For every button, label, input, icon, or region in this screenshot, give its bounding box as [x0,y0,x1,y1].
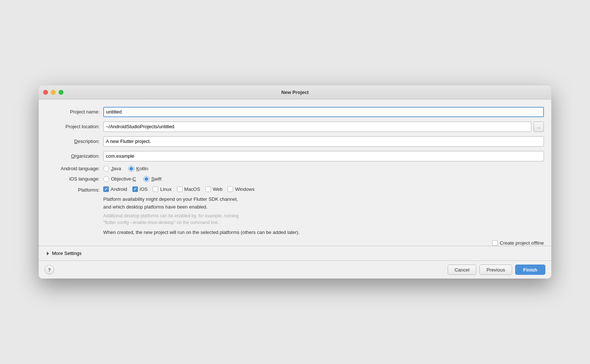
java-radio[interactable] [103,166,109,172]
title-bar: New Project [39,85,551,99]
platform-note-secondary: Additional desktop platforms can be enab… [103,213,300,226]
platform-note-bottom: When created, the new project will run o… [103,229,300,236]
new-project-dialog: New Project Project name: Project locati… [39,85,551,279]
help-button[interactable]: ? [45,265,54,274]
kotlin-label: Kotlin [136,166,148,171]
ios-checkbox[interactable] [132,186,138,192]
windows-label: Windows [235,186,254,192]
project-location-label: Project location: [46,124,103,129]
kotlin-radio[interactable] [128,166,134,172]
android-checkbox-option[interactable]: Android [103,186,127,192]
linux-checkbox[interactable] [153,186,158,192]
offline-label: Create project offline [500,240,544,246]
project-location-input[interactable] [103,122,531,132]
objective-c-radio[interactable] [103,176,109,182]
ios-checkbox-option[interactable]: iOS [132,186,148,192]
android-language-group: Java Kotlin [103,166,544,172]
objective-c-label: Objective-C [111,176,136,182]
java-label: Java [111,166,121,171]
form-content: Project name: Project location: ... Desc… [39,99,551,246]
web-label: Web [213,186,223,192]
ios-language-row: iOS language: Objective-C Swift [46,176,544,182]
kotlin-radio-option[interactable]: Kotlin [128,166,148,172]
swift-radio-option[interactable]: Swift [143,176,162,182]
window-title: New Project [281,90,309,95]
web-checkbox[interactable] [205,186,211,192]
linux-label: Linux [160,186,171,192]
window-controls [43,90,63,95]
android-checkbox[interactable] [103,186,109,192]
footer-left: ? [45,265,54,274]
dialog-footer: ? Cancel Previous Finish [39,260,551,279]
project-location-row: Project location: ... [46,122,544,132]
android-language-row: Android language: Java Kotlin [46,166,544,172]
ios-label: iOS [140,186,148,192]
maximize-button[interactable] [59,90,63,95]
finish-button[interactable]: Finish [515,265,545,275]
windows-checkbox-option[interactable]: Windows [228,186,254,192]
description-input[interactable] [103,136,544,147]
project-name-input[interactable] [103,107,544,117]
objective-c-radio-option[interactable]: Objective-C [103,176,136,182]
platforms-section: Android iOS Linux MacOS [103,186,300,236]
organization-input[interactable] [103,151,544,161]
macos-checkbox-option[interactable]: MacOS [177,186,200,192]
browse-button[interactable]: ... [534,122,544,132]
android-label: Android [111,186,127,192]
swift-label: Swift [151,176,162,182]
macos-checkbox[interactable] [177,186,183,192]
cancel-button[interactable]: Cancel [448,265,476,275]
description-row: Description: [46,136,544,147]
description-label: Description: [46,139,103,144]
platforms-label: Platforms: [46,186,103,193]
minimize-button[interactable] [51,90,56,95]
footer-right: Cancel Previous Finish [448,265,545,275]
swift-radio[interactable] [143,176,149,182]
more-settings-arrow-icon [47,252,49,255]
location-field-group: ... [103,122,544,132]
web-checkbox-option[interactable]: Web [205,186,223,192]
previous-button[interactable]: Previous [479,265,512,275]
java-radio-option[interactable]: Java [103,166,121,172]
project-name-row: Project name: [46,107,544,117]
android-language-label: Android language: [46,166,103,171]
platforms-row: Platforms: Android iOS Linux [46,186,544,236]
ios-language-label: iOS language: [46,176,103,182]
platform-note-main: Platform availability might depend on yo… [103,196,300,211]
offline-row: Create project offline [46,240,544,246]
offline-checkbox[interactable] [492,240,498,246]
close-button[interactable] [43,90,48,95]
organization-row: Organization: [46,151,544,161]
more-settings-section[interactable]: More Settings [39,246,551,260]
offline-checkbox-option[interactable]: Create project offline [492,240,544,246]
organization-label: Organization: [46,153,103,159]
ios-language-group: Objective-C Swift [103,176,544,182]
project-name-label: Project name: [46,109,103,115]
platforms-checkboxes: Android iOS Linux MacOS [103,186,300,192]
linux-checkbox-option[interactable]: Linux [153,186,171,192]
more-settings-label: More Settings [52,251,81,256]
macos-label: MacOS [184,186,200,192]
windows-checkbox[interactable] [228,186,233,192]
